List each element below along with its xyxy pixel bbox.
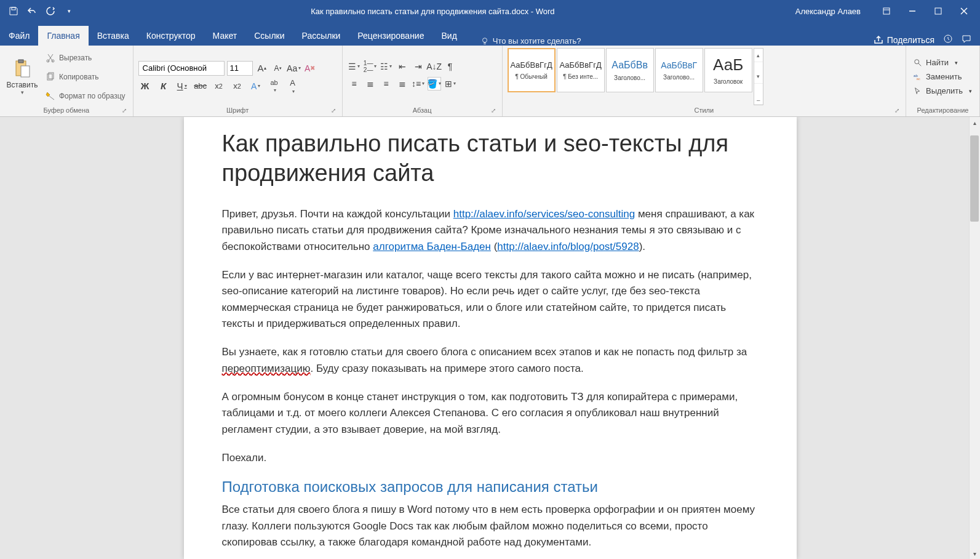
line-spacing-icon[interactable]: ↕≡ <box>412 77 425 90</box>
tab-insert[interactable]: Вставка <box>89 26 138 46</box>
save-icon[interactable] <box>6 4 21 18</box>
strikethrough-button[interactable]: abc <box>194 79 207 93</box>
share-label: Поделиться <box>887 35 934 45</box>
group-styles-label: Стили <box>694 107 714 114</box>
style-heading2[interactable]: АаБбВвГЗаголово... <box>655 48 703 92</box>
align-left-icon[interactable]: ≡ <box>348 77 361 90</box>
clear-formatting-icon[interactable]: A✖ <box>303 62 317 75</box>
document-area: Как правильно писать статьи и seo-тексты… <box>0 117 980 559</box>
link-post[interactable]: http://alaev.info/blog/post/5928 <box>497 241 639 252</box>
align-right-icon[interactable]: ≡ <box>380 77 393 90</box>
tab-references[interactable]: Ссылки <box>245 26 293 46</box>
bold-button[interactable]: Ж <box>138 79 152 93</box>
tab-layout[interactable]: Макет <box>204 26 246 46</box>
history-icon[interactable] <box>943 34 953 46</box>
paragraph-4: А огромным бонусом в конце станет инстру… <box>222 389 759 438</box>
clipboard-launcher-icon[interactable]: ⤢ <box>122 107 127 114</box>
show-marks-icon[interactable]: ¶ <box>444 60 457 73</box>
paragraph-launcher-icon[interactable]: ⤢ <box>491 107 496 114</box>
tab-file[interactable]: Файл <box>0 26 38 46</box>
multilevel-list-icon[interactable]: ☷ <box>380 60 393 73</box>
svg-rect-12 <box>18 60 23 63</box>
scissors-icon <box>46 53 55 63</box>
style-normal[interactable]: АаБбВвГгД¶ Обычный <box>508 48 556 92</box>
decrease-indent-icon[interactable]: ⇤ <box>396 60 409 73</box>
paragraph-6: Все статьи для своего блога я пишу в Wor… <box>222 502 759 550</box>
justify-icon[interactable]: ≣ <box>396 77 409 90</box>
close-icon[interactable] <box>952 0 976 22</box>
paragraph-2: Если у вас интернет-магазин или каталог,… <box>222 267 759 332</box>
style-title[interactable]: АаБЗаголовок <box>704 48 752 92</box>
copy-icon <box>46 72 55 82</box>
increase-indent-icon[interactable]: ⇥ <box>412 60 425 73</box>
svg-point-14 <box>47 60 49 62</box>
scroll-thumb[interactable] <box>970 135 979 222</box>
font-name-input[interactable] <box>138 61 225 76</box>
tab-view[interactable]: Вид <box>432 26 465 46</box>
shading-icon[interactable]: 🪣 <box>428 77 441 90</box>
align-center-icon[interactable]: ≣ <box>364 77 377 90</box>
styles-launcher-icon[interactable]: ⤢ <box>894 107 899 114</box>
link-baden[interactable]: алгоритма Баден-Баден <box>373 241 491 252</box>
tell-me-search[interactable]: Что вы хотите сделать? <box>473 36 589 46</box>
italic-button[interactable]: К <box>157 79 170 93</box>
select-button[interactable]: Выделить▾ <box>911 85 974 97</box>
tab-mailings[interactable]: Рассылки <box>293 26 349 46</box>
highlight-color-icon[interactable]: ab <box>268 79 281 93</box>
svg-text:ac: ac <box>916 76 920 81</box>
grow-font-icon[interactable]: A▴ <box>255 62 269 75</box>
bullets-icon[interactable]: ☰ <box>348 60 361 73</box>
clipboard-icon <box>12 58 32 78</box>
font-size-input[interactable] <box>227 61 253 76</box>
replace-button[interactable]: abacЗаменить <box>911 71 974 82</box>
change-case-icon[interactable]: Aa <box>287 62 301 75</box>
tab-review[interactable]: Рецензирование <box>349 26 432 46</box>
undo-icon[interactable] <box>25 4 39 18</box>
redo-icon[interactable] <box>43 4 58 18</box>
superscript-button[interactable]: x2 <box>231 79 244 93</box>
sort-icon[interactable]: A↓Z <box>428 60 441 73</box>
style-no-spacing[interactable]: АаБбВвГгД¶ Без инте... <box>557 48 605 92</box>
find-button[interactable]: Найти▾ <box>911 57 974 68</box>
group-font: A▴ A▾ Aa A✖ Ж К Ч abc x2 x2 A ab A Шрифт… <box>133 46 343 116</box>
paragraph-1: Привет, друзья. Почти на каждой консульт… <box>222 206 759 255</box>
format-painter-button[interactable]: Формат по образцу <box>43 90 128 102</box>
spellcheck-wavy: переоптимизацию <box>222 363 311 374</box>
window-title: Как правильно писать статьи для продвиже… <box>82 7 783 16</box>
ribbon-display-icon[interactable] <box>874 0 899 22</box>
borders-icon[interactable]: ⊞ <box>444 77 457 90</box>
copy-button[interactable]: Копировать <box>43 71 128 83</box>
font-color-icon[interactable]: A <box>286 79 300 93</box>
share-button[interactable]: Поделиться <box>874 35 934 45</box>
numbering-icon[interactable]: 1—2— <box>364 60 377 73</box>
style-heading1[interactable]: АаБбВвЗаголово... <box>606 48 654 92</box>
tab-design[interactable]: Конструктор <box>138 26 204 46</box>
svg-rect-4 <box>935 8 941 14</box>
styles-expand[interactable]: ▴▾⎯ <box>754 48 763 105</box>
svg-line-19 <box>918 63 921 65</box>
quick-access-toolbar: ▾ <box>0 4 82 18</box>
underline-button[interactable]: Ч <box>175 79 189 93</box>
scroll-up-icon[interactable]: ▴ <box>970 117 980 128</box>
ribbon-tabs: Файл Главная Вставка Конструктор Макет С… <box>0 22 980 46</box>
scroll-down-icon[interactable]: ▾ <box>970 548 980 559</box>
styles-gallery: АаБбВвГгД¶ Обычный АаБбВвГгД¶ Без инте..… <box>508 48 763 105</box>
user-name[interactable]: Александр Алаев <box>783 7 873 16</box>
minimize-icon[interactable] <box>900 0 925 22</box>
group-clipboard-label: Буфер обмена <box>43 107 89 114</box>
svg-rect-0 <box>12 7 15 10</box>
link-consulting[interactable]: http://alaev.info/services/seo-consultin… <box>453 208 635 220</box>
document-page[interactable]: Как правильно писать статьи и seo-тексты… <box>184 117 797 559</box>
paste-button[interactable]: Вставить ▾ <box>5 48 39 105</box>
shrink-font-icon[interactable]: A▾ <box>271 62 285 75</box>
maximize-icon[interactable] <box>926 0 950 22</box>
tab-home[interactable]: Главная <box>38 26 88 46</box>
vertical-scrollbar[interactable]: ▴ ▾ <box>969 117 980 559</box>
font-launcher-icon[interactable]: ⤢ <box>331 107 336 114</box>
lightbulb-icon <box>480 37 489 46</box>
text-effects-icon[interactable]: A <box>249 79 263 93</box>
cut-button[interactable]: Вырезать <box>43 52 128 64</box>
subscript-button[interactable]: x2 <box>212 79 226 93</box>
comments-icon[interactable] <box>962 34 971 46</box>
qat-dropdown-icon[interactable]: ▾ <box>62 4 76 18</box>
